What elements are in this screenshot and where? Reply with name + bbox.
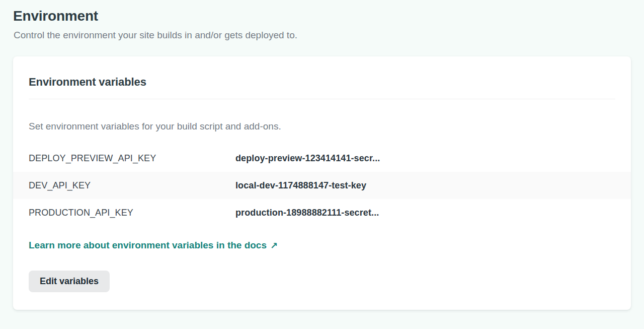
card-divider [29,99,615,99]
table-row: DEV_API_KEY local-dev-1174888147-test-ke… [13,172,631,199]
variable-value: deploy-preview-123414141-secr... [235,153,615,164]
variables-table: DEPLOY_PREVIEW_API_KEY deploy-preview-12… [13,145,631,226]
card-heading: Environment variables [29,75,615,89]
table-row: PRODUCTION_API_KEY production-1898888211… [13,199,631,226]
variable-name: DEV_API_KEY [29,180,235,191]
page-title: Environment [13,7,631,25]
variable-value: production-18988882111-secret... [235,208,615,218]
external-link-icon: ↗ [270,241,278,250]
environment-variables-card: Environment variables Set environment va… [13,56,631,310]
page-subtitle: Control the environment your site builds… [14,29,631,41]
table-row: DEPLOY_PREVIEW_API_KEY deploy-preview-12… [13,145,631,172]
environment-settings-page: Environment Control the environment your… [0,0,644,310]
docs-link-label: Learn more about environment variables i… [29,240,267,251]
card-description: Set environment variables for your build… [29,120,615,133]
edit-variables-button[interactable]: Edit variables [29,271,110,292]
variable-name: PRODUCTION_API_KEY [29,208,235,218]
docs-link-row: Learn more about environment variables i… [29,240,615,251]
docs-link[interactable]: Learn more about environment variables i… [29,240,278,251]
variable-value: local-dev-1174888147-test-key [235,180,615,191]
variable-name: DEPLOY_PREVIEW_API_KEY [29,153,235,164]
